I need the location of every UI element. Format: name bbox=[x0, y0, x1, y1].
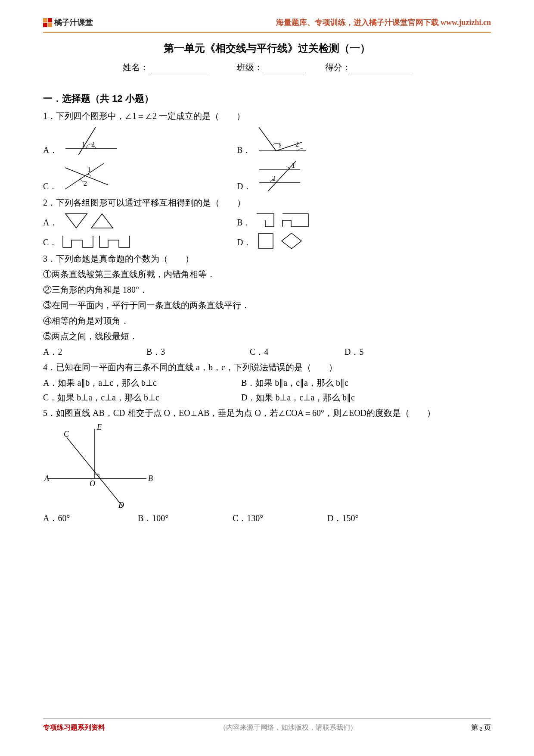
q2-optD[interactable]: D． bbox=[237, 231, 307, 250]
q2-optC[interactable]: C． bbox=[43, 231, 228, 250]
footer-series: 专项练习题系列资料 bbox=[43, 723, 105, 732]
svg-text:A: A bbox=[44, 474, 50, 483]
svg-marker-18 bbox=[65, 214, 87, 228]
footer-page-num: 2 bbox=[480, 725, 483, 732]
page-footer: 专项练习题系列资料 （内容来源于网络，如涉版权，请联系我们） 第 2 页 bbox=[43, 719, 491, 732]
q2-optB[interactable]: B． bbox=[237, 212, 313, 230]
q2-row2: C． D． bbox=[43, 231, 491, 250]
svg-text:2: 2 bbox=[295, 141, 299, 148]
q2-figB bbox=[255, 212, 313, 230]
score-label: 得分： bbox=[325, 62, 351, 72]
q1-optB-label: B． bbox=[237, 143, 251, 157]
q5-text: 5．如图直线 AB，CD 相交于点 O，EO⊥AB，垂足为点 O，若∠COA＝6… bbox=[43, 406, 491, 420]
q2-optA-label: A． bbox=[43, 215, 58, 230]
q2-optC-label: C． bbox=[43, 235, 57, 250]
score-blank[interactable] bbox=[351, 65, 411, 73]
q1-optC-label: C． bbox=[43, 179, 57, 194]
q3-s2: ②三角形的内角和是 180°． bbox=[43, 282, 491, 297]
q3-s1: ①两条直线被第三条直线所截，内错角相等． bbox=[43, 267, 491, 281]
svg-text:C: C bbox=[64, 430, 69, 438]
q5-optC[interactable]: C．130° bbox=[233, 511, 319, 525]
q5-optB[interactable]: B．100° bbox=[138, 511, 224, 525]
q3-optB[interactable]: B．3 bbox=[146, 344, 241, 359]
q5-figure: E C A B O D bbox=[43, 422, 155, 509]
q1-figB: 1 2 bbox=[255, 125, 310, 157]
student-info-line: 姓名： 班级： 得分： bbox=[43, 62, 491, 73]
name-label: 姓名： bbox=[123, 62, 149, 72]
q4-optA[interactable]: A．如果 a∥b，a⊥c，那么 b⊥c bbox=[43, 375, 233, 390]
q2-figD bbox=[255, 231, 307, 250]
svg-text:E: E bbox=[96, 423, 102, 431]
q5-optD[interactable]: D．150° bbox=[327, 511, 422, 525]
q3-optA[interactable]: A．2 bbox=[43, 344, 138, 359]
logo-icon bbox=[43, 18, 52, 27]
q3-s5: ⑤两点之间，线段最短． bbox=[43, 329, 491, 344]
q5-optA[interactable]: A．60° bbox=[43, 511, 129, 525]
q1-text: 1．下列四个图形中，∠1＝∠2 一定成立的是（ ） bbox=[43, 109, 491, 123]
q2-figA bbox=[61, 212, 117, 230]
q4-text: 4．已知在同一平面内有三条不同的直线 a，b，c，下列说法错误的是（ ） bbox=[43, 360, 491, 375]
q2-figC bbox=[61, 231, 134, 250]
q1-optA[interactable]: A． 1 2 bbox=[43, 125, 228, 157]
q1-optC[interactable]: C． 1 2 bbox=[43, 159, 228, 194]
q1-figC: 1 2 bbox=[61, 159, 117, 194]
q3-optC[interactable]: C．4 bbox=[250, 344, 336, 359]
footer-copyright: （内容来源于网络，如涉版权，请联系我们） bbox=[219, 723, 357, 732]
svg-line-5 bbox=[259, 127, 276, 151]
svg-marker-21 bbox=[282, 233, 301, 249]
page-title: 第一单元《相交线与平行线》过关检测（一） bbox=[43, 41, 491, 55]
q4-optC[interactable]: C．如果 b⊥a，c⊥a，那么 b⊥c bbox=[43, 390, 233, 405]
q2-text: 2．下列各组图形可以通过平移互相得到的是（ ） bbox=[43, 195, 491, 210]
header-tagline: 海量题库、专项训练，进入橘子汁课堂官网下载 www.juzizhi.cn bbox=[276, 17, 491, 28]
svg-text:2: 2 bbox=[84, 180, 87, 187]
brand-logo-area: 橘子汁课堂 bbox=[43, 17, 93, 28]
svg-text:1: 1 bbox=[278, 141, 282, 149]
q1-row2: C． 1 2 D． 1 2 bbox=[43, 159, 491, 194]
q1-figA: 1 2 bbox=[61, 125, 121, 157]
q3-s3: ③在同一平面内，平行于同一条直线的两条直线平行． bbox=[43, 298, 491, 312]
svg-rect-20 bbox=[258, 234, 273, 248]
q4-row1: A．如果 a∥b，a⊥c，那么 b⊥c B．如果 b∥a，c∥a，那么 b∥c bbox=[43, 375, 491, 390]
q3-options: A．2 B．3 C．4 D．5 bbox=[43, 344, 491, 359]
svg-text:1: 1 bbox=[292, 162, 295, 169]
q1-optA-label: A． bbox=[43, 143, 58, 157]
q3-optD[interactable]: D．5 bbox=[345, 344, 439, 359]
q1-optB[interactable]: B． 1 2 bbox=[237, 125, 310, 157]
section-1-heading: 一．选择题（共 12 小题） bbox=[43, 91, 491, 106]
svg-text:1: 1 bbox=[82, 141, 85, 148]
svg-text:B: B bbox=[148, 474, 153, 483]
q2-optA[interactable]: A． bbox=[43, 212, 228, 230]
content-area: 一．选择题（共 12 小题） 1．下列四个图形中，∠1＝∠2 一定成立的是（ ）… bbox=[43, 91, 491, 525]
q3-s4: ④相等的角是对顶角． bbox=[43, 313, 491, 328]
svg-marker-19 bbox=[91, 214, 113, 228]
class-blank[interactable] bbox=[263, 65, 306, 73]
q1-row1: A． 1 2 B． 1 2 bbox=[43, 125, 491, 157]
footer-page-prefix: 第 bbox=[471, 724, 480, 731]
q1-optD[interactable]: D． 1 2 bbox=[237, 159, 307, 194]
svg-text:D: D bbox=[118, 501, 124, 509]
q4-row2: C．如果 b⊥a，c⊥a，那么 b⊥c D．如果 b⊥a，c⊥a，那么 b∥c bbox=[43, 390, 491, 405]
q4-optD[interactable]: D．如果 b⊥a，c⊥a，那么 b∥c bbox=[241, 390, 355, 405]
q4-optB[interactable]: B．如果 b∥a，c∥a，那么 b∥c bbox=[241, 375, 348, 390]
q3-text: 3．下列命题是真命题的个数为（ ） bbox=[43, 251, 491, 266]
q1-optD-label: D． bbox=[237, 179, 251, 194]
class-label: 班级： bbox=[237, 62, 263, 72]
svg-text:O: O bbox=[90, 479, 95, 488]
q5-options: A．60° B．100° C．130° D．150° bbox=[43, 511, 491, 525]
q1-figD: 1 2 bbox=[255, 159, 307, 194]
q2-row1: A． B． bbox=[43, 212, 491, 230]
name-blank[interactable] bbox=[149, 65, 209, 73]
page-header: 橘子汁课堂 海量题库、专项训练，进入橘子汁课堂官网下载 www.juzizhi.… bbox=[43, 17, 491, 33]
svg-text:2: 2 bbox=[272, 175, 276, 182]
svg-text:1: 1 bbox=[87, 166, 91, 173]
brand-name: 橘子汁课堂 bbox=[54, 17, 93, 28]
q2-optB-label: B． bbox=[237, 215, 251, 230]
q2-optD-label: D． bbox=[237, 235, 251, 250]
footer-page-suffix: 页 bbox=[482, 724, 491, 731]
footer-page: 第 2 页 bbox=[471, 723, 491, 732]
